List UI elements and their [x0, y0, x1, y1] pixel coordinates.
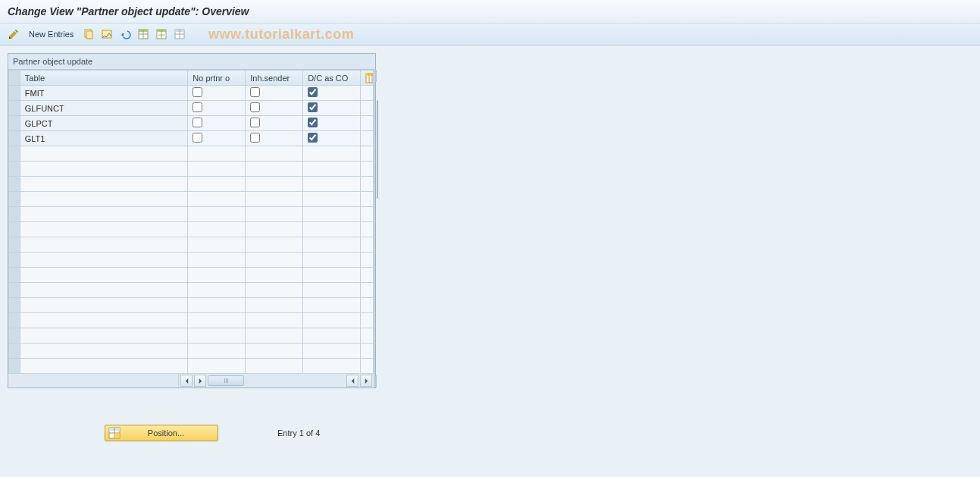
- table-row: [9, 298, 374, 313]
- cell-table[interactable]: GLT1: [20, 131, 188, 146]
- copy-as-button[interactable]: [81, 27, 96, 42]
- cell-empty: [303, 313, 361, 328]
- col-header-dc-as-co[interactable]: D/C as CO: [303, 71, 361, 86]
- row-selector[interactable]: [9, 313, 20, 328]
- cell-table[interactable]: [20, 192, 188, 207]
- hscroll-right-button[interactable]: [194, 375, 206, 387]
- deselect-all-button[interactable]: [172, 27, 187, 42]
- vscroll-thumb[interactable]: [377, 100, 378, 199]
- cell-table[interactable]: [20, 359, 188, 374]
- row-selector[interactable]: [9, 162, 20, 177]
- inh-sender-checkbox[interactable]: [250, 87, 260, 97]
- row-selector[interactable]: [9, 253, 20, 268]
- cell-empty: [303, 359, 361, 374]
- cell-table[interactable]: [20, 298, 188, 313]
- row-selector[interactable]: [9, 131, 20, 146]
- inh-sender-checkbox[interactable]: [250, 102, 260, 112]
- title-bar: Change View "Partner object update": Ove…: [0, 0, 980, 24]
- dc-as-co-checkbox[interactable]: [308, 102, 318, 112]
- new-entries-button[interactable]: New Entries: [24, 27, 78, 42]
- col-header-no-prtnr[interactable]: No prtnr o: [188, 71, 246, 86]
- select-block-button[interactable]: [154, 27, 169, 42]
- cell-table[interactable]: [20, 283, 188, 298]
- cell-no-prtnr: [188, 86, 246, 101]
- cell-table[interactable]: [20, 253, 188, 268]
- cell-table[interactable]: FMIT: [20, 86, 188, 101]
- col-header-inh-sender[interactable]: Inh.sender: [246, 71, 303, 86]
- inh-sender-checkbox[interactable]: [250, 133, 260, 143]
- table-row: [9, 162, 374, 177]
- select-all-button[interactable]: [136, 27, 151, 42]
- row-selector[interactable]: [9, 328, 20, 344]
- cell-dc-as-co: [303, 131, 361, 146]
- cell-empty: [188, 253, 246, 268]
- cell-pad: [361, 207, 374, 222]
- cell-pad: [361, 253, 374, 268]
- hscroll-thumb[interactable]: [208, 375, 244, 386]
- row-selector[interactable]: [9, 86, 20, 101]
- row-selector[interactable]: [9, 207, 20, 222]
- cell-table[interactable]: [20, 268, 188, 283]
- row-selector[interactable]: [9, 222, 20, 237]
- footer-row: Position... Entry 1 of 4: [8, 425, 972, 441]
- cell-pad: [361, 344, 374, 359]
- cell-table[interactable]: [20, 146, 188, 162]
- cell-no-prtnr: [188, 131, 246, 146]
- cell-table[interactable]: [20, 222, 188, 237]
- entry-counter: Entry 1 of 4: [277, 428, 320, 438]
- toggle-edit-button[interactable]: [6, 27, 21, 42]
- row-selector[interactable]: [9, 146, 20, 162]
- cell-no-prtnr: [188, 101, 246, 116]
- row-selector[interactable]: [9, 116, 20, 131]
- row-selector-header[interactable]: [9, 71, 20, 86]
- row-selector[interactable]: [9, 283, 20, 298]
- dc-as-co-checkbox[interactable]: [308, 87, 318, 97]
- cell-table[interactable]: [20, 177, 188, 192]
- vscroll-up-button[interactable]: [375, 70, 377, 82]
- row-selector[interactable]: [9, 359, 20, 374]
- row-selector[interactable]: [9, 237, 20, 253]
- row-selector[interactable]: [9, 298, 20, 313]
- row-selector[interactable]: [9, 344, 20, 359]
- cell-empty: [188, 162, 246, 177]
- cell-table[interactable]: GLFUNCT: [20, 101, 188, 116]
- vscroll-down-button[interactable]: [375, 375, 377, 388]
- cell-inh-sender: [246, 131, 303, 146]
- delete-button[interactable]: [99, 27, 114, 42]
- cell-empty: [246, 344, 303, 359]
- cell-table[interactable]: GLPCT: [20, 116, 188, 131]
- row-selector[interactable]: [9, 101, 20, 116]
- cell-empty: [188, 298, 246, 313]
- cell-table[interactable]: [20, 162, 188, 177]
- hscroll-left2-button[interactable]: [346, 375, 358, 387]
- row-selector[interactable]: [9, 192, 20, 207]
- cell-table[interactable]: [20, 207, 188, 222]
- table-green2-icon: [155, 28, 168, 40]
- row-selector[interactable]: [9, 268, 20, 283]
- no-prtnr-checkbox[interactable]: [193, 87, 202, 97]
- app-toolbar: New Entries: [0, 24, 980, 46]
- dc-as-co-checkbox[interactable]: [308, 118, 318, 127]
- configure-columns-button[interactable]: [361, 71, 374, 86]
- dc-as-co-checkbox[interactable]: [308, 133, 318, 143]
- col-header-table[interactable]: Table: [20, 71, 188, 86]
- cell-table[interactable]: [20, 237, 188, 253]
- hscroll-left-button[interactable]: [180, 375, 193, 387]
- cell-empty: [303, 222, 361, 237]
- cell-table[interactable]: [20, 344, 188, 359]
- row-selector[interactable]: [9, 177, 20, 192]
- cell-pad: [361, 146, 374, 162]
- cell-table[interactable]: [20, 313, 188, 328]
- cell-empty: [303, 162, 361, 177]
- cell-pad: [361, 162, 374, 177]
- no-prtnr-checkbox[interactable]: [193, 118, 202, 127]
- cell-table[interactable]: [20, 328, 188, 344]
- hscroll-right2-button[interactable]: [360, 375, 372, 387]
- no-prtnr-checkbox[interactable]: [193, 133, 202, 143]
- undo-button[interactable]: [117, 27, 133, 42]
- table-outline-icon: [174, 28, 186, 40]
- no-prtnr-checkbox[interactable]: [193, 102, 202, 112]
- position-button[interactable]: Position...: [105, 425, 218, 441]
- inh-sender-checkbox[interactable]: [250, 118, 260, 127]
- table-row: [9, 359, 374, 374]
